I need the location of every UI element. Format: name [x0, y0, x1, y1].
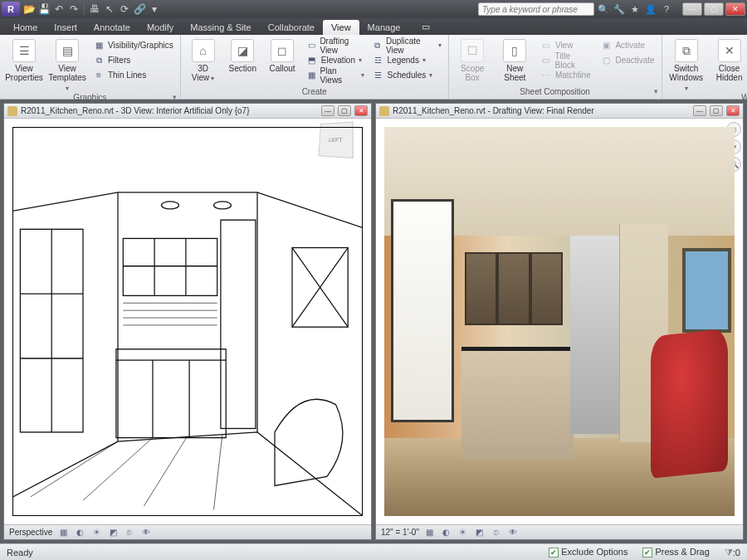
tab-addins-icon[interactable]: ▭	[413, 19, 438, 35]
document-titlebar[interactable]: R2011_Kitchen_Reno.rvt - Drafting View: …	[376, 104, 743, 119]
panel-expand-icon[interactable]: ▾	[173, 93, 177, 101]
detail-level-icon[interactable]: ▦	[57, 527, 69, 538]
tab-massing-site[interactable]: Massing & Site	[182, 20, 259, 35]
schedules-button[interactable]: ☰Schedules	[371, 68, 443, 82]
svg-line-26	[144, 436, 188, 506]
link-icon[interactable]: 🔗	[133, 2, 146, 16]
doc-maximize-button[interactable]: ▢	[338, 105, 351, 116]
label: Plan Views	[320, 66, 358, 85]
document-titlebar[interactable]: R2011_Kitchen_Reno.rvt - 3D View: Interi…	[4, 104, 371, 119]
elevation-button[interactable]: ⬒Elevation	[305, 53, 366, 67]
duplicate-view-button[interactable]: ⧉Duplicate View	[371, 38, 443, 52]
close-button[interactable]: ✕	[725, 2, 745, 16]
line-drawing	[12, 127, 363, 516]
tab-manage[interactable]: Manage	[359, 20, 409, 35]
status-bar: Ready ✔Exclude Options ✔Press & Drag ⧩:0	[0, 543, 747, 560]
tab-modify[interactable]: Modify	[139, 20, 182, 35]
deactivate-button: ▢Deactivate	[598, 53, 656, 67]
hide-icon[interactable]: 👁	[140, 527, 152, 538]
crop-icon[interactable]: ⟄	[124, 527, 135, 538]
drafting-view-button[interactable]: ▭Drafting View	[305, 38, 366, 52]
view-properties-button[interactable]: ☰ ViewProperties	[5, 37, 43, 93]
render-fridge	[570, 236, 619, 434]
visual-style-icon[interactable]: ◐	[74, 527, 85, 538]
tab-annotate[interactable]: Annotate	[85, 20, 139, 35]
doc-minimize-button[interactable]: —	[321, 105, 334, 116]
sun-path-icon[interactable]: ☀	[457, 527, 469, 538]
panel-title: Sheet Composition▾	[454, 87, 657, 99]
status-text: Ready	[7, 548, 33, 558]
new-sheet-button[interactable]: ▯ NewSheet	[496, 37, 534, 87]
label: Press & Drag	[655, 547, 709, 557]
help-icon[interactable]: ?	[660, 2, 673, 16]
viewport-render[interactable]: ◎ ✥ 🔍	[376, 119, 743, 524]
panel-expand-icon[interactable]: ▾	[654, 87, 658, 95]
maximize-button[interactable]: ▢	[704, 2, 724, 16]
close-hidden-button[interactable]: ✕ CloseHidden	[710, 37, 747, 93]
shadows-icon[interactable]: ◩	[107, 527, 119, 538]
label: View	[555, 41, 574, 50]
view-templates-button[interactable]: ▤ ViewTemplates	[48, 37, 86, 93]
tab-home[interactable]: Home	[5, 20, 46, 35]
label: Schedules	[388, 71, 427, 80]
person-icon[interactable]: 👤	[644, 2, 657, 16]
viewport-3d[interactable]: LEFT	[4, 119, 371, 524]
thin-lines-button[interactable]: ≡Thin Lines	[91, 68, 175, 82]
label: Elevation	[321, 56, 355, 65]
doc-close-button[interactable]: ✕	[726, 105, 740, 116]
legends-button[interactable]: ☲Legends	[371, 53, 443, 67]
sync-icon[interactable]: ⟳	[118, 2, 131, 16]
document-window-left: R2011_Kitchen_Reno.rvt - 3D View: Interi…	[3, 103, 372, 540]
funnel-icon: ⧩	[725, 547, 733, 558]
redo-icon[interactable]: ↷	[67, 2, 81, 16]
binoculars-icon[interactable]: 🔍	[597, 2, 610, 16]
undo-icon[interactable]: ↶	[52, 2, 66, 16]
tab-collaborate[interactable]: Collaborate	[260, 20, 323, 35]
selection-filter-button[interactable]: ⧩:0	[725, 547, 740, 558]
search-input[interactable]	[478, 2, 594, 16]
app-menu-button[interactable]: R	[2, 2, 20, 17]
sun-path-icon[interactable]: ☀	[90, 527, 102, 538]
render-wall-art	[682, 248, 731, 333]
open-icon[interactable]: 📂	[22, 2, 36, 16]
visibility-graphics-button[interactable]: ▦Visibility/Graphics	[91, 38, 175, 52]
visual-style-icon[interactable]: ◐	[441, 527, 452, 538]
pointer-icon[interactable]: ↖	[103, 2, 116, 16]
minimize-button[interactable]: —	[682, 2, 702, 16]
doc-minimize-button[interactable]: —	[693, 105, 706, 116]
detail-level-icon[interactable]: ▦	[424, 527, 436, 538]
section-button[interactable]: ◪ Section	[225, 37, 260, 87]
checkbox-icon: ✔	[549, 548, 559, 558]
exclude-options-toggle[interactable]: ✔Exclude Options	[549, 547, 627, 558]
vg-icon: ▦	[93, 40, 105, 51]
wrench-icon[interactable]: 🔧	[613, 2, 626, 16]
switch-windows-button[interactable]: ⧉ SwitchWindows	[667, 37, 706, 93]
tab-view[interactable]: View	[323, 20, 359, 35]
tab-insert[interactable]: Insert	[46, 20, 85, 35]
shadows-icon[interactable]: ◩	[474, 527, 486, 538]
filters-button[interactable]: ⧉Filters	[91, 53, 175, 67]
checkbox-icon: ✔	[642, 548, 652, 558]
panel-title: Graphics▾	[5, 93, 175, 102]
window-controls: — ▢ ✕	[681, 2, 745, 16]
svg-line-24	[31, 441, 118, 497]
callout-button[interactable]: ◻ Callout	[265, 37, 300, 87]
label: Duplicate View	[386, 37, 435, 55]
doc-close-button[interactable]: ✕	[354, 105, 368, 116]
qat-dropdown-icon[interactable]: ▾	[148, 2, 161, 16]
3d-view-button[interactable]: ⌂ 3DView	[186, 37, 221, 87]
press-drag-toggle[interactable]: ✔Press & Drag	[642, 547, 709, 558]
hide-icon[interactable]: 👁	[507, 527, 519, 538]
plan-views-button[interactable]: ▦Plan Views	[305, 68, 366, 82]
separator	[84, 3, 85, 15]
label: NewSheet	[504, 64, 525, 82]
scopebox-icon: ☐	[461, 39, 484, 62]
render-chair	[651, 329, 728, 478]
print-icon[interactable]: 🖶	[88, 2, 101, 16]
star-icon[interactable]: ★	[628, 2, 642, 16]
crop-icon[interactable]: ⟄	[491, 527, 502, 538]
title-bar: R 📂 💾 ↶ ↷ 🖶 ↖ ⟳ 🔗 ▾ 🔍 🔧 ★ 👤 ? — ▢ ✕	[0, 0, 747, 18]
doc-maximize-button[interactable]: ▢	[710, 105, 723, 116]
panel-create: ⌂ 3DView ◪ Section ◻ Callout ▭Drafting V…	[181, 35, 449, 99]
save-icon[interactable]: 💾	[37, 2, 51, 16]
